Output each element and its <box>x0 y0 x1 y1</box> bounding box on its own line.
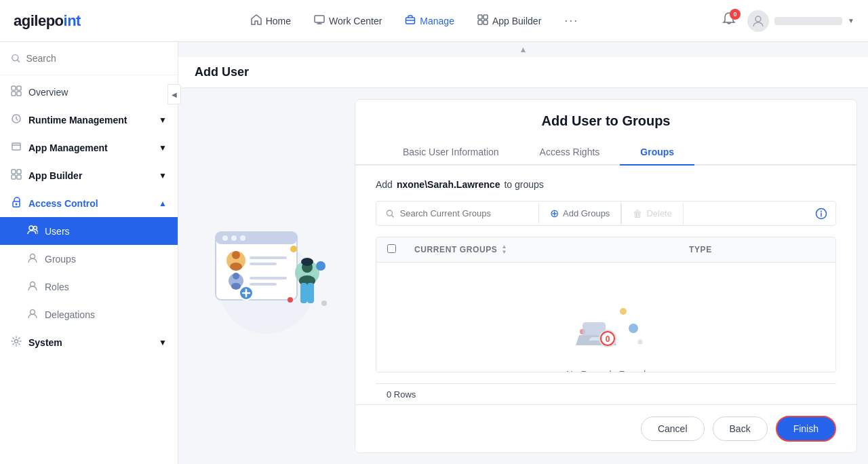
nav-home[interactable]: Home <box>241 9 300 33</box>
search-groups-field[interactable] <box>376 203 539 224</box>
nav-collapse-bar[interactable]: ▲ <box>178 42 868 57</box>
svg-point-21 <box>34 227 37 230</box>
system-chevron-icon: ▼ <box>159 338 167 347</box>
groups-content: Add nxone\Sarah.Lawrence to groups <box>355 166 856 404</box>
nav-appbuilder-label: App Builder <box>492 16 541 26</box>
svg-point-57 <box>629 324 638 333</box>
sidebar: Overview Runtime Management ▼ <box>0 42 178 464</box>
svg-rect-5 <box>484 20 488 24</box>
info-button[interactable] <box>807 208 835 220</box>
appbuilder-sidebar-icon <box>11 169 22 182</box>
overview-icon <box>11 85 22 98</box>
tab-groups[interactable]: Groups <box>620 140 694 166</box>
cancel-button[interactable]: Cancel <box>641 417 705 441</box>
back-button[interactable]: Back <box>713 417 768 441</box>
finish-button[interactable]: Finish <box>776 416 836 442</box>
sidebar-groups-label: Groups <box>45 254 76 265</box>
sidebar-item-appbuilder[interactable]: App Builder ▼ <box>0 161 178 189</box>
delete-label: Delete <box>646 208 672 218</box>
monitor-icon <box>314 14 325 28</box>
sidebar-item-users[interactable]: Users <box>0 217 178 245</box>
svg-point-25 <box>15 340 18 343</box>
svg-point-55 <box>821 210 822 212</box>
home-icon <box>251 14 262 28</box>
nav-right: 0 ▼ <box>722 10 854 32</box>
sidebar-item-roles[interactable]: Roles <box>0 273 178 301</box>
tab-basic-info[interactable]: Basic User Information <box>382 140 519 166</box>
sidebar-roles-label: Roles <box>45 282 69 292</box>
roles-icon <box>27 280 38 293</box>
search-groups-input[interactable] <box>400 208 529 218</box>
sidebar-collapse-toggle[interactable]: ◀ <box>167 84 181 104</box>
nav-workcenter[interactable]: Work Center <box>304 9 391 33</box>
groups-toolbar: ⊕ Add Groups 🗑 Delete <box>376 201 836 226</box>
sidebar-item-runtime[interactable]: Runtime Management ▼ <box>0 106 178 134</box>
page-title: Add User <box>195 65 852 88</box>
system-icon <box>11 336 22 349</box>
svg-point-33 <box>232 251 240 259</box>
runtime-chevron-icon: ▼ <box>159 115 167 125</box>
svg-rect-9 <box>17 86 21 90</box>
logo-text: agilepoint <box>14 12 81 30</box>
nav-links: Home Work Center Manage <box>108 8 722 33</box>
logo[interactable]: agilepoint <box>14 12 81 30</box>
svg-point-34 <box>230 263 242 271</box>
username-label: nxone\Sarah.Lawrence <box>397 179 500 190</box>
search-groups-icon <box>386 209 395 218</box>
sort-icon[interactable]: ▲▼ <box>501 244 507 255</box>
user-menu[interactable]: ▼ <box>747 10 854 32</box>
add-to-groups-row: Add nxone\Sarah.Lawrence to groups <box>376 179 836 190</box>
delete-button[interactable]: 🗑 Delete <box>622 203 684 225</box>
no-records-area: 0 No Records Found <box>566 294 647 372</box>
body-area: Overview Runtime Management ▼ <box>0 42 868 464</box>
sidebar-runtime-label: Runtime Management <box>28 115 127 125</box>
sidebar-item-appmanagement[interactable]: App Management ▼ <box>0 134 178 161</box>
svg-point-19 <box>16 204 18 206</box>
svg-text:0: 0 <box>605 334 610 344</box>
sidebar-item-groups[interactable]: Groups <box>0 245 178 273</box>
nav-more[interactable]: ··· <box>555 8 588 33</box>
illustration <box>195 205 338 347</box>
svg-point-49 <box>290 246 297 252</box>
svg-rect-15 <box>17 170 21 174</box>
sidebar-item-delegations[interactable]: Delegations <box>0 301 178 328</box>
svg-rect-2 <box>478 15 482 19</box>
svg-rect-0 <box>315 16 324 22</box>
nav-appbuilder[interactable]: App Builder <box>468 9 551 33</box>
header-current-groups: CURRENT GROUPS ▲▼ <box>414 244 689 255</box>
svg-rect-46 <box>300 283 307 303</box>
svg-point-48 <box>301 258 313 266</box>
briefcase-icon <box>405 14 416 28</box>
sidebar-search[interactable] <box>0 42 178 75</box>
add-groups-label: Add Groups <box>563 208 610 218</box>
sidebar-item-overview[interactable]: Overview <box>0 78 178 106</box>
add-suffix: to groups <box>504 179 543 190</box>
select-all-checkbox[interactable] <box>387 244 396 253</box>
notification-bell[interactable]: 0 <box>722 12 736 30</box>
wizard-title: Add User to Groups <box>355 100 856 140</box>
svg-point-36 <box>233 273 239 279</box>
sidebar-appbuilder-label: App Builder <box>28 170 82 181</box>
appbuilder-chevron-icon: ▼ <box>159 171 167 180</box>
top-navigation: agilepoint Home Work Center <box>0 0 868 42</box>
svg-point-20 <box>29 226 33 230</box>
groups-icon <box>27 252 38 265</box>
search-input[interactable] <box>26 53 167 64</box>
appmanagement-icon <box>11 141 22 154</box>
table-header: CURRENT GROUPS ▲▼ TYPE <box>376 237 835 263</box>
svg-point-30 <box>231 235 237 241</box>
add-prefix: Add <box>376 179 393 190</box>
no-records-illustration: 0 <box>566 294 647 362</box>
tab-access-rights[interactable]: Access Rights <box>519 140 620 166</box>
sidebar-appmanagement-label: App Management <box>28 142 108 153</box>
groups-table: CURRENT GROUPS ▲▼ TYPE <box>376 237 836 372</box>
add-groups-button[interactable]: ⊕ Add Groups <box>539 201 621 225</box>
svg-point-51 <box>288 297 293 303</box>
nav-manage[interactable]: Manage <box>395 9 464 33</box>
svg-point-29 <box>222 235 228 241</box>
sidebar-item-system[interactable]: System ▼ <box>0 328 178 356</box>
appmanagement-chevron-icon: ▼ <box>159 143 167 153</box>
illustration-panel <box>178 88 355 464</box>
search-icon <box>11 53 20 64</box>
sidebar-item-accesscontrol[interactable]: Access Control ▲ <box>0 189 178 217</box>
